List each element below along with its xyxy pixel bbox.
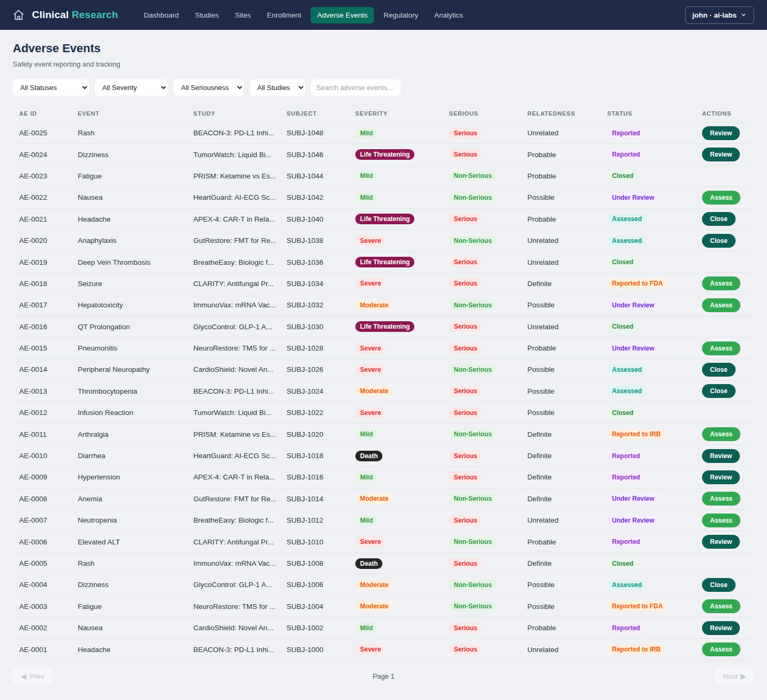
status-badge: Under Review <box>607 493 659 504</box>
ae-id: AE-0021 <box>19 215 78 223</box>
subject-id: SUBJ-1032 <box>287 301 355 309</box>
assess-action-button[interactable]: Assess <box>702 427 740 441</box>
table-row: AE-0011ArthralgiaPRISM: Ketamine vs Es..… <box>13 424 754 445</box>
relatedness-value: Definite <box>527 559 607 567</box>
ae-id: AE-0010 <box>19 452 78 460</box>
study-name: NeuroRestore: TMS for ... <box>193 344 287 352</box>
study-name: PRISM: Ketamine vs Es... <box>193 172 287 180</box>
table-row: AE-0014Peripheral NeuropathyCardioShield… <box>13 359 754 380</box>
seriousness-badge: Serious <box>449 149 482 160</box>
event-name: Peripheral Neuropathy <box>78 365 193 373</box>
ae-id: AE-0011 <box>19 430 78 438</box>
assess-action-button[interactable]: Assess <box>702 276 740 290</box>
study-name: CardioShield: Novel An... <box>193 365 287 373</box>
ae-id: AE-0022 <box>19 193 78 201</box>
close-action-button[interactable]: Close <box>702 363 736 377</box>
nav-item-sites[interactable]: Sites <box>229 7 257 23</box>
subject-id: SUBJ-1014 <box>287 495 355 503</box>
table-row: AE-0003FatigueNeuroRestore: TMS for ...S… <box>13 596 754 617</box>
status-badge: Reported to IRB <box>607 644 665 655</box>
subject-id: SUBJ-1016 <box>287 473 355 481</box>
review-action-button[interactable]: Review <box>702 148 740 161</box>
next-page-button[interactable]: Next ▶ <box>715 668 754 685</box>
user-menu-button[interactable]: john · ai-labs <box>685 6 754 24</box>
column-header-relatedness: Relatedness <box>527 110 607 117</box>
subject-id: SUBJ-1036 <box>287 258 355 266</box>
nav-item-analytics[interactable]: Analytics <box>428 7 469 23</box>
chevron-down-icon <box>740 12 747 18</box>
status-badge: Reported <box>607 128 645 139</box>
seriousness-badge: Non-Serious <box>449 170 496 181</box>
nav-item-enrollment[interactable]: Enrollment <box>260 7 308 23</box>
seriousness-badge: Non-Serious <box>449 300 496 311</box>
close-action-button[interactable]: Close <box>702 234 736 248</box>
status-filter[interactable]: All Statuses <box>13 79 89 96</box>
relatedness-value: Definite <box>527 280 607 288</box>
table-row: AE-0017HepatotoxicityImmunoVax: mRNA Vac… <box>13 295 754 316</box>
event-name: Diarrhea <box>78 452 193 460</box>
subject-id: SUBJ-1008 <box>287 559 355 567</box>
relatedness-value: Possible <box>527 603 607 611</box>
severity-badge: Moderate <box>355 386 393 396</box>
event-name: Anemia <box>78 495 193 503</box>
event-name: Hypertension <box>78 473 193 481</box>
table-row: AE-0022NauseaHeartGuard: AI-ECG Sc...SUB… <box>13 187 754 208</box>
study-filter[interactable]: All Studies <box>250 79 305 96</box>
assess-action-button[interactable]: Assess <box>702 642 740 656</box>
assess-action-button[interactable]: Assess <box>702 514 740 527</box>
search-input[interactable] <box>311 79 401 96</box>
assess-action-button[interactable]: Assess <box>702 341 740 355</box>
severity-badge: Severe <box>355 408 386 418</box>
top-navbar: Clinical Research DashboardStudiesSitesE… <box>0 0 767 30</box>
nav-item-dashboard[interactable]: Dashboard <box>137 7 185 23</box>
status-badge: Assessed <box>607 386 647 396</box>
severity-badge: Moderate <box>355 580 393 590</box>
table-row: AE-0008AnemiaGutRestore: FMT for Re...SU… <box>13 489 754 510</box>
assess-action-button[interactable]: Assess <box>702 599 740 613</box>
column-header-serious: Serious <box>449 110 527 117</box>
close-action-button[interactable]: Close <box>702 384 736 398</box>
severity-badge: Mild <box>355 515 378 526</box>
status-badge: Closed <box>607 408 638 418</box>
nav-item-adverse-events[interactable]: Adverse Events <box>311 7 374 23</box>
severity-badge: Severe <box>355 343 386 354</box>
table-row: AE-0024DizzinessTumorWatch: Liquid Bi...… <box>13 144 754 165</box>
review-action-button[interactable]: Review <box>702 470 740 484</box>
ae-id: AE-0007 <box>19 516 78 524</box>
column-header-status: Status <box>607 110 702 117</box>
severity-filter[interactable]: All Severity <box>95 79 168 96</box>
event-name: Headache <box>78 646 193 654</box>
relatedness-value: Possible <box>527 193 607 201</box>
nav-item-regulatory[interactable]: Regulatory <box>377 7 425 23</box>
status-badge: Assessed <box>607 235 647 246</box>
event-name: Pneumonitis <box>78 344 193 352</box>
severity-badge: Mild <box>355 170 378 181</box>
severity-badge: Moderate <box>355 300 393 311</box>
prev-icon: ◀ <box>21 672 26 680</box>
seriousness-filter[interactable]: All Seriousness <box>174 79 244 96</box>
event-name: QT Prolongation <box>78 323 193 331</box>
status-badge: Under Review <box>607 343 659 354</box>
relatedness-value: Possible <box>527 409 607 417</box>
assess-action-button[interactable]: Assess <box>702 492 740 506</box>
table-header: AE IDEventStudySubjectSeveritySeriousRel… <box>13 104 754 123</box>
severity-badge: Severe <box>355 278 386 289</box>
review-action-button[interactable]: Review <box>702 126 740 140</box>
relatedness-value: Probable <box>527 172 607 180</box>
table-row: AE-0009HypertensionAPEX-4: CAR-T in Rela… <box>13 467 754 488</box>
prev-page-button[interactable]: ◀ Prev <box>13 668 52 685</box>
review-action-button[interactable]: Review <box>702 449 740 463</box>
seriousness-badge: Serious <box>449 451 482 461</box>
ae-id: AE-0025 <box>19 129 78 137</box>
status-badge: Under Review <box>607 515 659 526</box>
review-action-button[interactable]: Review <box>702 621 740 635</box>
review-action-button[interactable]: Review <box>702 535 740 549</box>
close-action-button[interactable]: Close <box>702 212 736 226</box>
home-icon[interactable] <box>13 9 25 21</box>
nav-item-studies[interactable]: Studies <box>189 7 225 23</box>
assess-action-button[interactable]: Assess <box>702 191 740 205</box>
assess-action-button[interactable]: Assess <box>702 298 740 312</box>
event-name: Anaphylaxis <box>78 237 193 245</box>
close-action-button[interactable]: Close <box>702 578 736 592</box>
ae-id: AE-0003 <box>19 603 78 611</box>
